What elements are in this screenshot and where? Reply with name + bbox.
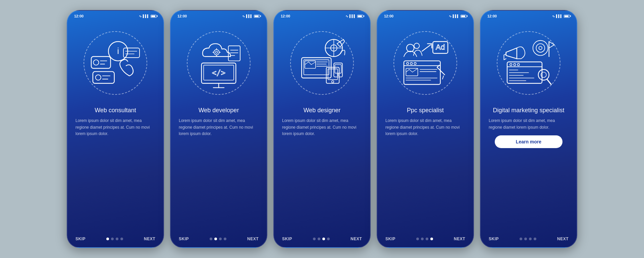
dots-5 xyxy=(520,238,536,240)
phones-container: 12:00 ∿ ▌▌▌ i xyxy=(67,10,577,248)
nav-2: SKIP NEXT xyxy=(171,232,267,247)
signal-icon-2: ▌▌▌ xyxy=(246,14,253,18)
status-bar-4: 12:00 ∿ ▌▌▌ xyxy=(377,11,473,19)
dots-1 xyxy=(106,238,123,240)
svg-point-71 xyxy=(539,46,542,50)
svg-point-50 xyxy=(414,43,419,49)
svg-line-59 xyxy=(409,69,413,72)
svg-point-54 xyxy=(407,62,409,64)
dot-5-2 xyxy=(524,238,527,240)
svg-text:</>: </> xyxy=(212,68,225,77)
svg-point-13 xyxy=(214,50,219,55)
dot-5-1 xyxy=(520,238,522,240)
dot-1-1 xyxy=(106,238,109,240)
svg-text:i: i xyxy=(117,46,119,56)
dots-3 xyxy=(313,238,330,240)
signal-icon-5: ▌▌▌ xyxy=(556,14,562,18)
phone-content-4: Ppc specialist Lorem ipsum dolor sit dim… xyxy=(377,103,473,232)
dashed-circle-5 xyxy=(497,31,560,95)
phone-web-developer: 12:00 ∿ ▌▌▌ xyxy=(170,10,267,248)
dot-4-2 xyxy=(421,238,424,240)
developer-icon: </> xyxy=(192,36,246,90)
consultant-icon: i xyxy=(89,36,142,90)
phone-content-5: Digital marketing specialist Lorem ipsum… xyxy=(481,103,577,232)
svg-point-55 xyxy=(410,62,412,64)
phone-ppc-specialist: 12:00 ∿ ▌▌▌ Ad xyxy=(377,10,474,248)
next-3[interactable]: NEXT xyxy=(351,237,362,241)
ppc-icon: Ad xyxy=(398,36,452,90)
dot-3-1 xyxy=(313,238,316,240)
dot-4-3 xyxy=(426,238,428,240)
status-bar-1: 12:00 ∿ ▌▌▌ xyxy=(67,11,163,19)
svg-line-35 xyxy=(305,62,309,65)
status-icons-2: ∿ ▌▌▌ xyxy=(242,14,260,18)
dot-3-3 xyxy=(322,238,325,240)
time-4: 12:00 xyxy=(384,14,393,18)
svg-rect-10 xyxy=(123,48,140,58)
dot-2-2 xyxy=(214,238,217,240)
battery-icon-3 xyxy=(357,15,363,18)
next-4[interactable]: NEXT xyxy=(454,237,465,241)
dot-2-3 xyxy=(219,238,222,240)
status-bar-2: 12:00 ∿ ▌▌▌ xyxy=(171,11,267,19)
svg-point-3 xyxy=(93,60,99,65)
svg-line-37 xyxy=(311,62,316,65)
dot-2-1 xyxy=(210,238,212,240)
signal-icon-4: ▌▌▌ xyxy=(453,14,459,18)
designer-icon xyxy=(295,36,349,90)
desc-1: Lorem ipsum dolor sit dim amet, mea regi… xyxy=(75,118,155,137)
desc-5: Lorem ipsum dolor sit dim amet, mea regi… xyxy=(489,118,569,130)
svg-point-46 xyxy=(337,74,339,76)
svg-rect-2 xyxy=(91,57,111,68)
battery-icon-2 xyxy=(254,15,260,18)
svg-line-51 xyxy=(422,45,431,51)
desc-3: Lorem ipsum dolor sit dim amet, mea regi… xyxy=(282,118,362,137)
status-icons-5: ∿ ▌▌▌ xyxy=(552,14,570,18)
title-2: Web developer xyxy=(179,107,259,114)
time-1: 12:00 xyxy=(74,14,84,18)
svg-point-77 xyxy=(517,64,519,66)
skip-1[interactable]: SKIP xyxy=(75,237,86,241)
next-2[interactable]: NEXT xyxy=(247,237,259,241)
dashed-circle-4: Ad xyxy=(393,31,457,95)
illustration-4: Ad xyxy=(388,23,462,103)
status-icons-3: ∿ ▌▌▌ xyxy=(345,14,363,18)
status-bar-3: 12:00 ∿ ▌▌▌ xyxy=(274,11,370,19)
phone-content-3: Web designer Lorem ipsum dolor sit dim a… xyxy=(274,103,370,232)
svg-point-76 xyxy=(514,64,516,66)
dot-3-2 xyxy=(318,238,320,240)
skip-3[interactable]: SKIP xyxy=(282,237,292,241)
phone-web-consultant: 12:00 ∿ ▌▌▌ i xyxy=(67,10,164,248)
svg-point-70 xyxy=(536,44,545,52)
dot-5-3 xyxy=(529,238,532,240)
title-3: Web designer xyxy=(282,107,362,114)
svg-line-58 xyxy=(406,69,409,72)
learn-more-button[interactable]: Learn more xyxy=(495,135,562,148)
dot-4-1 xyxy=(416,238,419,240)
dot-2-4 xyxy=(224,238,226,240)
next-5[interactable]: NEXT xyxy=(557,237,569,241)
next-1[interactable]: NEXT xyxy=(144,237,155,241)
svg-rect-6 xyxy=(93,72,114,83)
dot-1-3 xyxy=(116,238,118,240)
phone-content-2: Web developer Lorem ipsum dolor sit dim … xyxy=(171,103,267,232)
signal-icon-3: ▌▌▌ xyxy=(350,14,356,18)
title-1: Web consultant xyxy=(75,107,155,114)
skip-5[interactable]: SKIP xyxy=(489,237,499,241)
desc-2: Lorem ipsum dolor sit dim amet, mea regi… xyxy=(179,118,259,137)
dot-4-4 xyxy=(430,238,433,240)
status-icons-1: ∿ ▌▌▌ xyxy=(139,14,157,18)
skip-4[interactable]: SKIP xyxy=(385,237,395,241)
wifi-icon-2: ∿ xyxy=(242,14,245,18)
status-bar-5: 12:00 ∿ ▌▌▌ xyxy=(481,11,577,19)
nav-4: SKIP NEXT xyxy=(377,232,473,247)
svg-line-84 xyxy=(547,79,551,84)
time-3: 12:00 xyxy=(281,14,290,18)
skip-2[interactable]: SKIP xyxy=(179,237,189,241)
battery-icon-5 xyxy=(564,15,570,18)
dot-1-4 xyxy=(120,238,123,240)
dot-1-2 xyxy=(111,238,114,240)
title-4: Ppc specialist xyxy=(385,107,465,114)
phone-digital-marketing: 12:00 ∿ ▌▌▌ xyxy=(480,10,577,248)
svg-line-60 xyxy=(413,68,418,72)
